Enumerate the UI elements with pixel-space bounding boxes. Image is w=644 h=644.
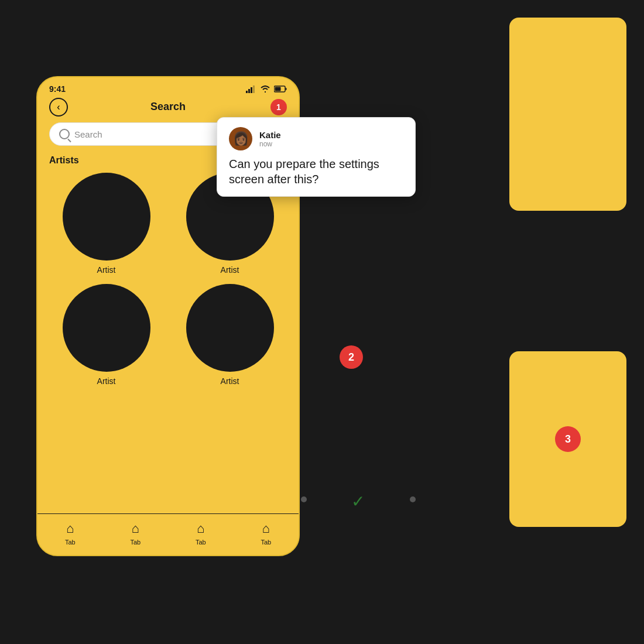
notification-avatar: 👩🏾 [229,127,252,150]
artist-label-1: Artist [97,265,116,275]
tab-label-4: Tab [261,539,271,546]
svg-rect-0 [246,91,248,93]
connector-dot-left [301,496,307,502]
status-icons [246,85,287,93]
notification-name: Katie [259,130,281,140]
status-bar: 9:41 [37,77,299,96]
back-icon: ‹ [57,102,60,112]
bottom-nav: ⌂ Tab ⌂ Tab ⌂ Tab ⌂ Tab [37,513,299,555]
notification-meta: Katie now [259,130,281,148]
back-button[interactable]: ‹ [49,98,68,117]
search-icon [59,129,70,139]
artist-image-4 [186,284,274,372]
step-2-badge: 2 [340,345,363,369]
right-panel-top [509,18,626,211]
wifi-icon [260,85,270,93]
home-icon-4: ⌂ [262,521,270,536]
svg-rect-2 [251,87,252,93]
svg-rect-6 [275,87,281,91]
artist-item-3[interactable]: Artist [49,284,163,386]
nav-header: ‹ Search 1 [37,96,299,118]
artist-label-2: Artist [221,265,239,275]
page-title: Search [150,101,186,113]
notification-header: 👩🏾 Katie now [229,127,403,150]
artist-item-4[interactable]: Artist [173,284,287,386]
svg-rect-1 [248,89,250,93]
connector-dot-right [410,496,416,502]
right-panel-bottom: 3 [509,351,626,527]
tab-2[interactable]: ⌂ Tab [130,521,141,546]
home-icon-2: ⌂ [132,521,139,536]
artist-label-4: Artist [221,376,239,386]
step-1-badge: 1 [270,99,287,115]
battery-icon [274,85,287,93]
notification-popup: 👩🏾 Katie now Can you prepare the setting… [217,117,416,197]
notification-time: now [259,140,281,148]
tab-label-3: Tab [196,539,206,546]
tab-label-1: Tab [65,539,76,546]
time-display: 9:41 [49,84,66,94]
signal-icon [246,85,256,93]
tab-label-2: Tab [130,539,141,546]
artist-image-1 [63,173,150,261]
search-input-placeholder[interactable]: Search [74,129,102,139]
checkmark-icon: ✓ [351,492,365,511]
svg-rect-3 [253,85,255,93]
artist-image-3 [63,284,150,372]
tab-1[interactable]: ⌂ Tab [65,521,76,546]
home-icon-1: ⌂ [66,521,74,536]
svg-rect-5 [286,88,287,90]
artist-label-3: Artist [97,376,116,386]
tab-3[interactable]: ⌂ Tab [196,521,206,546]
tab-4[interactable]: ⌂ Tab [261,521,271,546]
avatar-emoji: 👩🏾 [233,131,249,146]
step-3-badge: 3 [555,426,581,452]
artists-grid: Artist Artist Artist Artist [37,173,299,386]
artist-item-1[interactable]: Artist [49,173,163,275]
notification-message: Can you prepare the settings screen afte… [229,156,403,187]
home-icon-3: ⌂ [197,521,204,536]
